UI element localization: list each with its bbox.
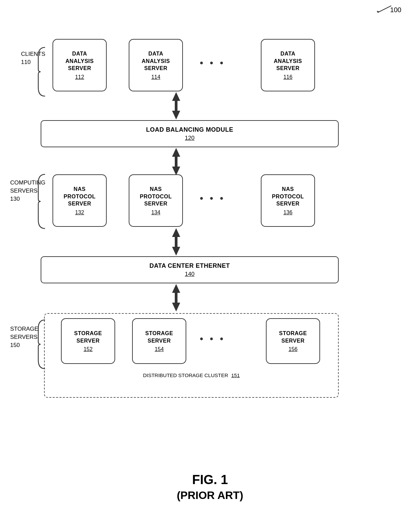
computing-server-136: NASPROTOCOLSERVER 136 bbox=[261, 174, 315, 227]
dce-label: DATA CENTER ETHERNET bbox=[149, 262, 230, 269]
arrow-computing-to-dce bbox=[166, 227, 186, 256]
arrow-lb-to-computing bbox=[166, 147, 186, 176]
svg-marker-5 bbox=[172, 148, 180, 157]
client-server-114-id: 114 bbox=[151, 74, 161, 80]
diagram-container: 100 CLIENTS 110 DATAANALYSISSERVER 112 D… bbox=[0, 0, 420, 522]
computing-dots: • • • bbox=[200, 193, 225, 204]
storage-cluster-label: DISTRIBUTED STORAGE CLUSTER 151 bbox=[44, 372, 339, 378]
storage-server-154-id: 154 bbox=[155, 346, 164, 352]
client-server-116-label: DATAANALYSISSERVER bbox=[274, 50, 302, 72]
computing-server-134: NASPROTOCOLSERVER 134 bbox=[129, 174, 183, 227]
client-server-116-id: 116 bbox=[284, 74, 293, 80]
client-server-114: DATAANALYSISSERVER 114 bbox=[129, 39, 183, 91]
svg-marker-3 bbox=[172, 111, 180, 119]
storage-label: STORAGE SERVERS 150 bbox=[10, 325, 38, 349]
arrow-clients-to-lb bbox=[166, 91, 186, 120]
computing-server-134-label: NASPROTOCOLSERVER bbox=[140, 186, 172, 208]
computing-brace bbox=[37, 173, 47, 230]
data-center-ethernet: DATA CENTER ETHERNET 140 bbox=[41, 256, 339, 283]
svg-rect-8 bbox=[175, 156, 177, 167]
client-server-112: DATAANALYSISSERVER 112 bbox=[52, 39, 107, 91]
clients-dots: • • • bbox=[200, 58, 225, 68]
svg-rect-4 bbox=[175, 101, 177, 111]
storage-server-152: STORAGESERVER 152 bbox=[61, 318, 115, 364]
storage-brace bbox=[37, 318, 47, 371]
fig-ref-arrow bbox=[374, 4, 395, 14]
computing-server-132-id: 132 bbox=[75, 210, 84, 216]
dce-id: 140 bbox=[185, 271, 194, 278]
client-server-112-label: DATAANALYSISSERVER bbox=[65, 50, 93, 72]
storage-server-156: STORAGESERVER 156 bbox=[266, 318, 320, 364]
storage-cluster-id: 151 bbox=[231, 372, 240, 378]
fig-sub: (PRIOR ART) bbox=[0, 489, 420, 502]
svg-marker-13 bbox=[172, 284, 180, 293]
storage-server-152-id: 152 bbox=[84, 346, 93, 352]
computing-server-132: NASPROTOCOLSERVER 132 bbox=[52, 174, 107, 227]
lb-label: LOAD BALANCING MODULE bbox=[146, 126, 233, 133]
svg-rect-16 bbox=[175, 292, 177, 303]
storage-server-156-id: 156 bbox=[289, 346, 298, 352]
computing-server-132-label: NASPROTOCOLSERVER bbox=[64, 186, 96, 208]
computing-server-136-label: NASPROTOCOLSERVER bbox=[272, 186, 304, 208]
svg-rect-12 bbox=[175, 237, 177, 247]
arrow-dce-to-storage bbox=[166, 283, 186, 312]
svg-marker-9 bbox=[172, 228, 180, 237]
client-server-116: DATAANALYSISSERVER 116 bbox=[261, 39, 315, 91]
storage-server-152-label: STORAGESERVER bbox=[74, 330, 102, 344]
svg-marker-11 bbox=[172, 247, 180, 256]
storage-dots: • • • bbox=[200, 333, 225, 344]
load-balancing-module: LOAD BALANCING MODULE 120 bbox=[41, 120, 339, 147]
storage-server-156-label: STORAGESERVER bbox=[279, 330, 307, 344]
fig-number: FIG. 1 bbox=[0, 473, 420, 487]
svg-marker-15 bbox=[172, 303, 180, 311]
svg-line-0 bbox=[378, 6, 391, 13]
computing-server-136-id: 136 bbox=[284, 210, 293, 216]
storage-server-154-label: STORAGESERVER bbox=[145, 330, 173, 344]
figure-caption: FIG. 1 (PRIOR ART) bbox=[0, 473, 420, 502]
client-server-114-label: DATAANALYSISSERVER bbox=[142, 50, 170, 72]
clients-brace bbox=[37, 46, 47, 98]
svg-marker-1 bbox=[172, 92, 180, 101]
lb-id: 120 bbox=[185, 135, 194, 142]
computing-server-134-id: 134 bbox=[151, 210, 161, 216]
storage-server-154: STORAGESERVER 154 bbox=[132, 318, 186, 364]
client-server-112-id: 112 bbox=[75, 74, 84, 80]
